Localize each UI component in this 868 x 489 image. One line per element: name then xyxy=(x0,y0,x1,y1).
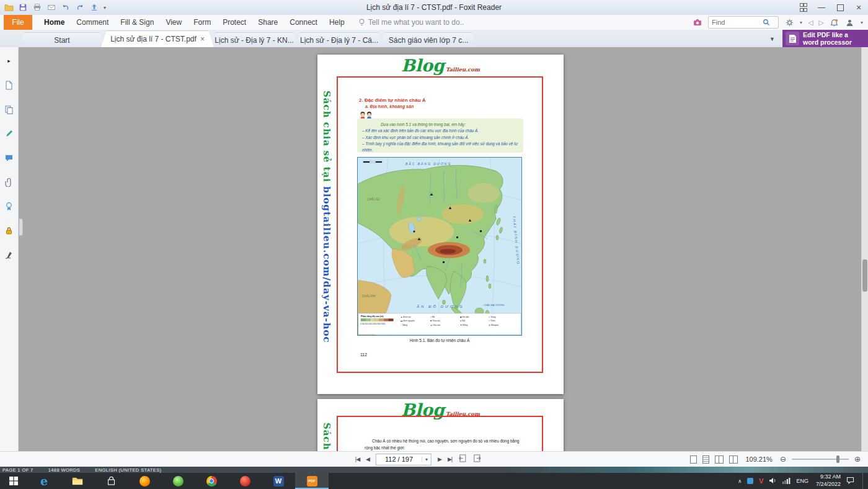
first-page-button[interactable]: |◀ xyxy=(355,456,360,462)
notification-bell-icon[interactable] xyxy=(830,17,839,27)
doc-tab-sgv[interactable]: Sách giáo viên lớp 7 c... xyxy=(379,32,477,47)
scrollbar-thumb[interactable] xyxy=(862,259,867,292)
signature-pen-icon[interactable] xyxy=(4,249,14,259)
maximize-button[interactable] xyxy=(831,0,849,15)
layout-grid-icon[interactable] xyxy=(794,0,812,15)
facing-view-icon[interactable] xyxy=(715,455,724,464)
single-page-view-icon[interactable] xyxy=(690,455,697,464)
map-label-indian-ocean: ẤN ĐỘ DƯƠNG xyxy=(416,305,464,308)
task-item-3: – Trình bày ý nghĩa của đặc điểm địa hìn… xyxy=(362,141,518,154)
attachments-icon[interactable] xyxy=(4,177,14,187)
find-input[interactable] xyxy=(711,18,763,27)
word-status-language[interactable]: ENGLISH (UNITED STATES) xyxy=(95,467,161,473)
volume-icon[interactable] xyxy=(769,475,777,487)
panel-splitter-grip[interactable] xyxy=(19,218,23,236)
snapshot-icon[interactable] xyxy=(693,17,702,27)
edit-pdf-promo-button[interactable]: Edit PDF like aword processor xyxy=(782,30,868,47)
doc-tab-kn[interactable]: Lịch sử - Địa lý 7 - KN... xyxy=(210,32,299,47)
ribbon-tab-help[interactable]: Help xyxy=(329,18,345,27)
watermark-text-1: Sách chia sẻ tại xyxy=(321,423,332,452)
section-heading: 2. Đặc điểm tự nhiên châu Á xyxy=(359,97,426,103)
task-item-2: – Xác định khu vực phân bố các khoáng sả… xyxy=(362,135,518,141)
zoom-slider[interactable] xyxy=(792,459,849,460)
settings-gear-icon[interactable] xyxy=(784,17,794,27)
tab-list-dropdown-icon[interactable]: ▼ xyxy=(769,36,775,42)
pages-panel-icon[interactable] xyxy=(4,104,14,114)
taskbar-store-icon[interactable] xyxy=(94,473,128,489)
legend-item: ■ Than đá xyxy=(430,320,440,322)
last-page-button[interactable]: ▶| xyxy=(448,456,452,462)
zoom-percentage[interactable]: 109.21% xyxy=(745,455,772,463)
system-tray: ∧ V ENG 9:32 AM 7/24/2022 xyxy=(738,473,868,489)
taskbar-firefox-icon[interactable] xyxy=(128,473,161,489)
tray-app-icon-v[interactable]: V xyxy=(759,477,763,485)
tray-app-icon-blue[interactable] xyxy=(747,478,753,484)
ribbon-right-tools: ▾ ◁ ▷ ▾ xyxy=(693,16,868,29)
taskbar-clock[interactable]: 9:32 AM 7/24/2022 xyxy=(816,473,841,488)
next-page-button[interactable]: ▶ xyxy=(438,456,441,462)
action-center-icon[interactable] xyxy=(846,475,854,487)
taskbar-file-explorer-icon[interactable] xyxy=(61,473,94,489)
page-number-box[interactable]: 112 / 197 ▾ xyxy=(376,454,432,465)
continuous-view-icon[interactable] xyxy=(702,455,709,464)
minimize-button[interactable]: — xyxy=(812,0,831,15)
ribbon-tab-bar: File Home Comment Fill & Sign View Form … xyxy=(0,15,868,30)
close-button[interactable]: × xyxy=(849,0,868,15)
show-desktop-button[interactable] xyxy=(862,473,866,489)
taskbar-edge-icon[interactable]: e xyxy=(27,473,61,489)
language-indicator[interactable]: ENG xyxy=(796,478,808,484)
next-view-icon[interactable] xyxy=(473,454,482,465)
ribbon-tab-view[interactable]: View xyxy=(166,18,182,27)
security-lock-icon[interactable] xyxy=(4,225,14,235)
user-account-icon[interactable] xyxy=(845,17,855,27)
ribbon-tab-protect[interactable]: Protect xyxy=(223,18,246,27)
clock-date: 7/24/2022 xyxy=(816,481,841,487)
word-status-page[interactable]: PAGE 1 OF 7 xyxy=(2,467,33,473)
doc-tab-ctst-active[interactable]: Lịch sử địa lí 7 - CTST.pdf× xyxy=(101,30,214,47)
document-tab-bar: Start Lịch sử địa lí 7 - CTST.pdf× Lịch … xyxy=(0,30,868,48)
page-number-value[interactable]: 112 / 197 xyxy=(376,455,422,463)
ribbon-tab-form[interactable]: Form xyxy=(193,18,211,27)
panel-expand-icon[interactable]: ▸ xyxy=(4,56,14,66)
file-tab[interactable]: File xyxy=(4,15,32,30)
close-tab-icon[interactable]: × xyxy=(200,35,205,43)
back-arrow-icon[interactable]: ◁ xyxy=(808,19,813,27)
taskbar-word-icon[interactable]: W xyxy=(262,473,295,489)
zoom-in-button[interactable]: ⊕ xyxy=(854,455,861,464)
legend-item: ▲ Dầu mỏ xyxy=(430,324,440,326)
window-controls: — × xyxy=(794,0,868,15)
continuous-facing-view-icon[interactable] xyxy=(729,455,738,464)
previous-page-button[interactable]: ◀ xyxy=(366,456,370,462)
digital-signature-badge-icon[interactable] xyxy=(4,201,14,211)
map-legend: Phân tầng độ cao (m) 0 200 500 1000 2000… xyxy=(358,313,521,334)
start-button[interactable] xyxy=(0,473,27,489)
tell-me-box[interactable]: Tell me what you want to do.. xyxy=(358,18,464,27)
ribbon-tab-comment[interactable]: Comment xyxy=(76,18,108,27)
zoom-out-button[interactable]: ⊖ xyxy=(780,455,786,464)
ribbon-tab-home[interactable]: Home xyxy=(44,18,64,27)
network-icon[interactable] xyxy=(782,475,790,487)
taskbar-red-app-icon[interactable] xyxy=(228,473,262,489)
tray-chevron-icon[interactable]: ∧ xyxy=(738,478,742,484)
forward-arrow-icon[interactable]: ▷ xyxy=(819,19,824,27)
doc-tab-ca[interactable]: Lịch sử - Địa lý 7 - Cá... xyxy=(294,32,384,47)
user-dropdown-icon[interactable]: ▾ xyxy=(861,20,863,25)
vertical-scrollbar[interactable] xyxy=(861,47,868,452)
comments-panel-icon[interactable] xyxy=(4,153,14,163)
word-status-words[interactable]: 1488 WORDS xyxy=(48,467,81,473)
ribbon-tab-share[interactable]: Share xyxy=(258,18,278,27)
page-thumbnails-icon[interactable] xyxy=(4,80,14,90)
doc-tab-start[interactable]: Start xyxy=(19,32,105,47)
ribbon-tab-connect[interactable]: Connect xyxy=(290,18,317,27)
document-canvas[interactable]: Blog Tailieu.com Sách chia sẻ tại blogta… xyxy=(19,47,868,452)
taskbar-coccoc-icon[interactable] xyxy=(161,473,195,489)
settings-dropdown-icon[interactable]: ▾ xyxy=(800,20,802,25)
page-dropdown-icon[interactable]: ▾ xyxy=(422,457,431,462)
zoom-slider-thumb[interactable] xyxy=(836,455,839,463)
bookmark-edit-icon[interactable] xyxy=(4,128,14,138)
taskbar-foxit-icon-active[interactable]: PDF xyxy=(295,473,329,489)
previous-view-icon[interactable] xyxy=(458,454,467,465)
taskbar-chrome-icon[interactable] xyxy=(195,473,228,489)
search-icon[interactable] xyxy=(763,19,770,26)
ribbon-tab-fill-sign[interactable]: Fill & Sign xyxy=(120,18,154,27)
